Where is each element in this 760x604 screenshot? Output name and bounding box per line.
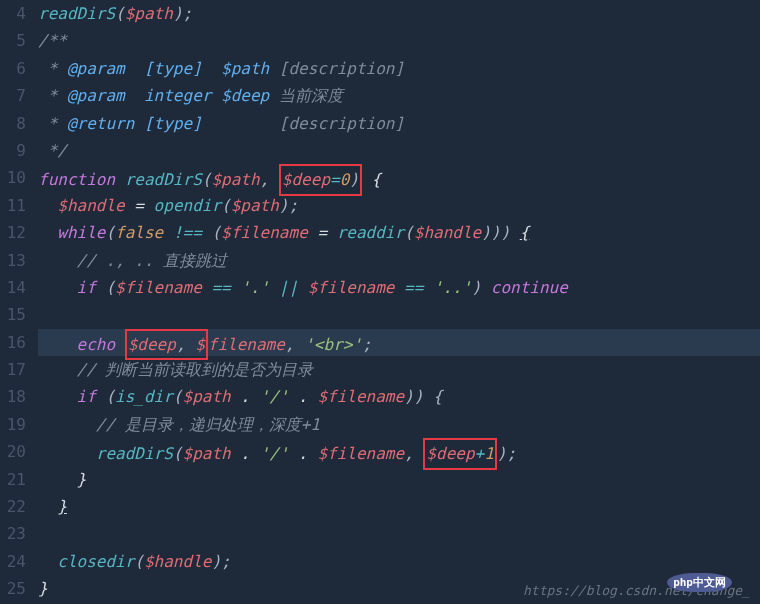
code-line: } — [38, 466, 760, 493]
line-number: 10 — [4, 164, 26, 191]
line-number: 18 — [4, 383, 26, 410]
line-number: 23 — [4, 520, 26, 547]
code-line: * @param integer $deep 当前深度 — [38, 82, 760, 109]
code-line — [38, 520, 760, 547]
line-number: 14 — [4, 274, 26, 301]
line-number: 19 — [4, 411, 26, 438]
line-number: 11 — [4, 192, 26, 219]
code-line: // ., .. 直接跳过 — [38, 247, 760, 274]
code-line: */ — [38, 137, 760, 164]
line-number: 5 — [4, 27, 26, 54]
line-number: 6 — [4, 55, 26, 82]
code-line: readDirS($path); — [38, 0, 760, 27]
code-line: function readDirS($path, $deep=0) { — [38, 164, 760, 191]
code-line: if ($filename == '.' || $filename == '..… — [38, 274, 760, 301]
line-number: 9 — [4, 137, 26, 164]
code-line: // 是目录，递归处理，深度+1 — [38, 411, 760, 438]
code-line: * @param [type] $path [description] — [38, 55, 760, 82]
line-number: 16 — [4, 329, 26, 356]
code-line-highlighted: echo $deep, $filename, '<br>'; — [38, 329, 760, 356]
code-line: if (is_dir($path . '/' . $filename)) { — [38, 383, 760, 410]
code-editor: 4 5 6 7 8 9 10 11 12 13 14 15 16 17 18 1… — [0, 0, 760, 604]
line-number: 8 — [4, 110, 26, 137]
line-number: 24 — [4, 548, 26, 575]
line-number-gutter: 4 5 6 7 8 9 10 11 12 13 14 15 16 17 18 1… — [0, 0, 38, 604]
line-number: 25 — [4, 575, 26, 602]
line-number: 20 — [4, 438, 26, 465]
line-number: 22 — [4, 493, 26, 520]
line-number: 15 — [4, 301, 26, 328]
code-line: closedir($handle); — [38, 548, 760, 575]
code-area[interactable]: readDirS($path); /** * @param [type] $pa… — [38, 0, 760, 604]
php-badge: php中文网 — [667, 573, 732, 592]
code-line: // 判断当前读取到的是否为目录 — [38, 356, 760, 383]
line-number: 12 — [4, 219, 26, 246]
line-number: 13 — [4, 247, 26, 274]
code-line: while(false !== ($filename = readdir($ha… — [38, 219, 760, 246]
code-line: $handle = opendir($path); — [38, 192, 760, 219]
code-line: } — [38, 493, 760, 520]
code-line: /** — [38, 27, 760, 54]
code-line: readDirS($path . '/' . $filename, $deep+… — [38, 438, 760, 465]
code-line: * @return [type] [description] — [38, 110, 760, 137]
line-number: 21 — [4, 466, 26, 493]
line-number: 7 — [4, 82, 26, 109]
code-line — [38, 301, 760, 328]
line-number: 4 — [4, 0, 26, 27]
line-number: 17 — [4, 356, 26, 383]
